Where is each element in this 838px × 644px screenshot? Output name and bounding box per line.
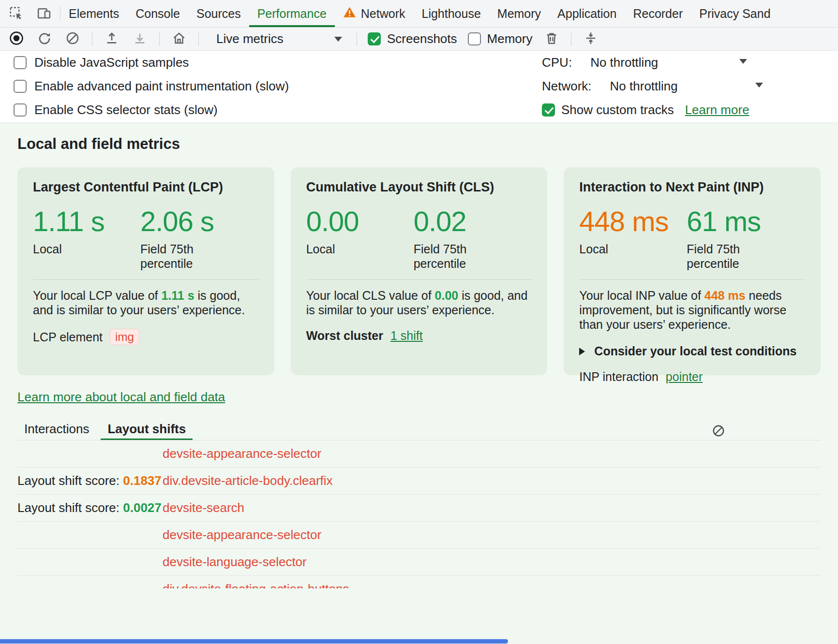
block-icon (712, 424, 725, 439)
expander-label: Consider your local test conditions (594, 344, 796, 358)
lcp-local-value: 1.11 s (33, 207, 140, 235)
setting-label: Disable JavaScript samples (34, 55, 189, 70)
css-selector-stats-checkbox[interactable] (14, 103, 27, 117)
node-link[interactable]: devsite-search (163, 500, 244, 515)
divider (571, 32, 571, 46)
inp-field-value: 61 ms (687, 207, 794, 235)
layout-shift-score: 0.0027 (123, 500, 162, 515)
performance-toolbar: Live metrics Screenshots Memory (0, 28, 838, 51)
cls-local-value: 0.00 (306, 207, 414, 235)
memory-checkbox-row[interactable]: Memory (468, 31, 533, 46)
layout-shift-row: devsite-language-selector (17, 549, 821, 576)
lcp-card-title: Largest Contentful Paint (LCP) (33, 180, 259, 195)
devtools-tab-bar: Elements Console Sources Performance Net… (0, 0, 838, 28)
clear-log-button[interactable] (708, 421, 729, 441)
node-link[interactable]: div.devsite-article-body.clearfix (163, 473, 333, 488)
lcp-element-label: LCP element (33, 330, 103, 344)
live-metrics-panel: Local and field metrics Largest Contentf… (0, 123, 838, 644)
throttling-settings: CPU: No throttling Network: No throttlin… (542, 51, 838, 122)
download-icon (133, 31, 147, 47)
divider (579, 279, 805, 280)
tab-network[interactable]: Network (335, 0, 414, 27)
tab-label: Lighthouse (421, 7, 480, 21)
collapse-icon (584, 31, 598, 47)
inp-card-title: Interaction to Next Paint (INP) (579, 180, 805, 195)
tab-privacy-sandbox[interactable]: Privacy Sand (691, 0, 778, 27)
cls-field-label: Field 75th percentile (414, 242, 491, 271)
screenshots-checkbox[interactable] (368, 32, 381, 45)
network-label: Network: (542, 79, 592, 94)
upload-icon (105, 31, 119, 47)
tab-label: Recorder (633, 7, 683, 21)
inspect-element-button[interactable] (6, 3, 26, 24)
tab-label: Performance (257, 7, 327, 21)
inp-local-value: 448 ms (579, 207, 687, 235)
setting-label: Enable CSS selector stats (slow) (34, 102, 218, 117)
node-link[interactable]: devsite-appearance-selector (163, 446, 321, 461)
collect-garbage-button[interactable] (543, 30, 560, 48)
inp-interaction-link[interactable]: pointer (666, 370, 703, 384)
local-test-conditions-expander[interactable]: Consider your local test conditions (579, 344, 805, 358)
live-metrics-select[interactable]: Live metrics (210, 31, 346, 46)
cls-card: Cumulative Layout Shift (CLS) 0.00 Local… (291, 167, 548, 375)
lcp-field-label: Field 75th percentile (140, 242, 218, 271)
tab-sources[interactable]: Sources (188, 0, 249, 27)
learn-more-field-data-link[interactable]: Learn more about local and field data (17, 390, 225, 405)
device-toolbar-button[interactable] (34, 3, 54, 24)
tab-label: Elements (69, 7, 119, 21)
home-button[interactable] (170, 30, 188, 48)
lcp-local-label: Local (33, 242, 110, 256)
network-throttling-select[interactable]: Network: No throttling (542, 74, 838, 98)
screenshots-checkbox-row[interactable]: Screenshots (368, 31, 457, 46)
divider (33, 279, 259, 280)
layout-shift-row: devsite-appearance-selector (17, 522, 821, 549)
lcp-element-node-link[interactable]: img (110, 329, 139, 345)
lcp-description: Your local LCP value of 1.11 s is good, … (33, 288, 259, 317)
show-custom-tracks-checkbox[interactable] (542, 103, 555, 117)
record-button[interactable] (8, 30, 25, 48)
show-custom-tracks-row[interactable]: Show custom tracks Learn more (542, 102, 749, 117)
record-and-reload-button[interactable] (36, 30, 53, 48)
disable-js-samples-checkbox[interactable] (14, 56, 27, 69)
load-profile-button[interactable] (103, 30, 120, 48)
worst-cluster-label: Worst cluster (306, 329, 383, 343)
horizontal-scrollbar-thumb[interactable] (0, 639, 508, 644)
tab-memory[interactable]: Memory (489, 0, 549, 27)
tab-label: Network (361, 7, 405, 21)
cpu-throttling-select[interactable]: CPU: No throttling (542, 51, 838, 74)
reload-icon (37, 31, 52, 47)
tab-lighthouse[interactable]: Lighthouse (413, 0, 489, 27)
memory-checkbox[interactable] (468, 32, 481, 45)
chevron-down-icon (755, 83, 763, 88)
tab-elements[interactable]: Elements (60, 0, 127, 27)
learn-more-link[interactable]: Learn more (685, 102, 749, 117)
tab-performance[interactable]: Performance (249, 0, 335, 27)
node-link[interactable]: div.devsite-floating-action-buttons (163, 582, 349, 588)
tab-application[interactable]: Application (549, 0, 625, 27)
trash-icon (544, 31, 559, 47)
inp-field-label: Field 75th percentile (687, 242, 764, 271)
show-custom-tracks-setting: Show custom tracks Learn more (542, 98, 838, 122)
node-link[interactable]: devsite-language-selector (163, 555, 307, 570)
lcp-card: Largest Contentful Paint (LCP) 1.11 s Lo… (17, 167, 274, 375)
save-profile-button[interactable] (131, 30, 149, 48)
live-metrics-label: Live metrics (216, 31, 284, 46)
log-tabs: Interactions Layout shifts (17, 418, 821, 440)
tab-interactions[interactable]: Interactions (17, 418, 96, 440)
cpu-throttling-value: No throttling (590, 55, 658, 70)
node-link[interactable]: devsite-appearance-selector (163, 527, 321, 542)
live-metrics-log: Interactions Layout shifts devsite-appea… (17, 418, 821, 588)
worst-cluster-link[interactable]: 1 shift (390, 329, 423, 343)
clear-button[interactable] (64, 30, 81, 48)
layout-shift-score: 0.1837 (123, 473, 162, 488)
chevron-down-icon (739, 59, 747, 64)
advanced-paint-checkbox[interactable] (14, 80, 27, 93)
panel-tabs: Elements Console Sources Performance Net… (60, 0, 779, 27)
tab-console[interactable]: Console (127, 0, 188, 27)
cpu-label: CPU: (542, 55, 572, 70)
layout-shift-row: div.devsite-floating-action-buttons (17, 576, 821, 588)
layout-shift-row: devsite-appearance-selector (17, 440, 821, 468)
tab-recorder[interactable]: Recorder (625, 0, 691, 27)
tab-layout-shifts[interactable]: Layout shifts (101, 418, 193, 440)
collapse-button[interactable] (582, 30, 599, 48)
